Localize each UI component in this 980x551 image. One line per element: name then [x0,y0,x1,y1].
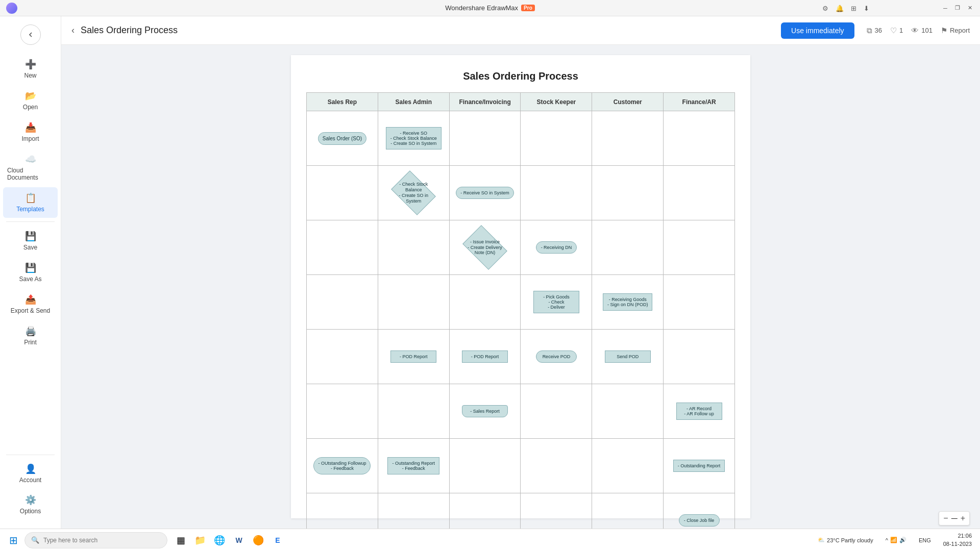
col-sales-rep: Sales Rep [307,93,378,111]
volume-icon: 🔊 [899,537,906,543]
sidebar-item-open[interactable]: 📂 Open [3,85,58,116]
sidebar-item-options[interactable]: ⚙️ Options [3,489,58,520]
sidebar-bottom: 👤 Account ⚙️ Options [0,452,61,529]
cell-empty-20 [378,384,449,439]
use-immediately-button[interactable]: Use immediately [781,22,854,39]
start-button[interactable]: ⊞ [4,531,22,549]
weather-icon: ⛅ [818,537,825,543]
sidebar-item-account[interactable]: 👤 Account [3,458,58,489]
open-icon: 📂 [25,90,36,102]
file-explorer-button[interactable]: 📁 [191,531,209,549]
shape-pick-goods: - Pick Goods- Check- Deliver [533,291,579,313]
sidebar-label-saveas: Save As [19,276,41,283]
task-view-button[interactable]: ▦ [172,531,190,549]
chrome-button[interactable]: 🟠 [249,531,267,549]
table-row: - Close Job file [307,493,735,529]
shape-receive-so-sys: - Receive SO in System [456,187,514,199]
print-icon: 🖨️ [25,325,36,337]
saveas-icon: 💾 [25,262,36,273]
sidebar-label-import: Import [21,135,39,142]
cell-issue-invoice: - Issue Invoice- Create DeliveryNote (DN… [449,220,521,275]
zoom-in-button[interactable]: + [961,514,965,523]
cell-send-pod: Send POD [592,330,664,384]
taskbar-search-input[interactable] [43,537,145,544]
cell-empty-12 [664,220,735,275]
bell-icon[interactable]: 🔔 [833,3,846,14]
cell-empty-4 [664,111,735,166]
sidebar-label-options: Options [20,508,41,515]
back-button[interactable] [20,24,41,45]
system-clock[interactable]: 21:06 08-11-2023 [939,531,976,549]
grid-icon[interactable]: ⊞ [848,3,859,14]
sidebar-label-save: Save [23,244,37,251]
cell-close-job: - Close Job file [664,493,735,529]
copy-icon: ⧉ [867,26,872,35]
avatar [6,3,17,14]
edge-button[interactable]: 🌐 [210,531,229,549]
taskbar-apps: ▦ 📁 🌐 W 🟠 E [172,531,287,549]
header-back-button[interactable]: ‹ [71,25,75,36]
weather-widget[interactable]: ⛅ 23°C Partly cloudy [814,535,877,545]
system-tray[interactable]: ^ 📶 🔊 [881,535,911,545]
sidebar: ➕ New 📂 Open 📥 Import ☁️ Cloud Documents… [0,16,61,529]
sidebar-label-export: Export & Send [11,307,50,314]
chevron-icon: ^ [886,537,888,543]
report-link[interactable]: ⚑ Report [941,26,970,35]
titlebar-title: Wondershare EdrawMax Pro [445,4,535,12]
view-value: 101 [921,27,933,34]
language-indicator[interactable]: ENG [915,535,935,545]
sidebar-divider [6,221,55,222]
taskbar: ⊞ 🔍 ▦ 📁 🌐 W 🟠 E ⛅ 23°C Partly cloudy ^ 📶… [0,529,980,551]
sidebar-label-open: Open [23,104,38,111]
diagram-title: Sales Ordering Process [306,70,735,82]
cell-outstanding-salesrep: - OUtstanding Followup- Feedback [307,439,378,493]
cell-empty-17 [307,330,378,384]
cell-empty-7 [592,166,664,220]
minimize-button[interactable]: ─ [941,4,949,12]
cell-empty-11 [592,220,664,275]
cell-check-stock: - Check StockBalance- Create SO inSystem [378,166,449,220]
sidebar-item-export[interactable]: 📤 Export & Send [3,289,58,319]
cell-empty-19 [307,384,378,439]
shape-issue-invoice: - Issue Invoice- Create DeliveryNote (DN… [464,232,505,263]
restore-button[interactable]: ❐ [953,4,962,12]
shape-pod-admin: - POD Report [390,350,436,363]
cell-pick-goods: - Pick Goods- Check- Deliver [521,275,592,330]
table-row: Sales Order (SO) - Receive SO- Check Sto… [307,111,735,166]
cell-empty-8 [664,166,735,220]
windows-icon: ⊞ [9,534,18,546]
sidebar-item-save[interactable]: 💾 Save [3,226,58,256]
zoom-out-button[interactable]: − [943,514,948,523]
sidebar-item-new[interactable]: ➕ New [3,54,58,84]
eye-icon: 👁 [911,26,919,35]
cell-empty-24 [521,439,592,493]
close-button[interactable]: ✕ [966,4,974,12]
clock-date: 08-11-2023 [943,540,972,548]
table-row: - Issue Invoice- Create DeliveryNote (DN… [307,220,735,275]
zoom-indicator: — [951,515,958,522]
taskbar-search-box[interactable]: 🔍 [24,532,167,548]
diagram-canvas: Sales Ordering Process Sales Rep Sales A… [291,55,750,518]
word-button[interactable]: W [230,531,248,549]
shape-check-stock: - Check StockBalance- Create SO inSystem [393,178,434,208]
save-icon[interactable]: ⬇ [861,3,872,14]
sidebar-item-import[interactable]: 📥 Import [3,117,58,147]
settings-icon[interactable]: ⚙ [820,3,831,14]
sidebar-item-templates[interactable]: 📋 Templates [3,187,58,218]
col-finance-ar: Finance/AR [664,93,735,111]
shape-receiving-dn: - Receiving DN [536,241,577,254]
cloud-icon: ☁️ [25,154,36,165]
cell-receive-pod: Receive POD [521,330,592,384]
shape-pod-finance: - POD Report [462,350,508,363]
new-icon: ➕ [25,59,36,70]
col-sales-admin: Sales Admin [378,93,449,111]
account-icon: 👤 [25,463,36,474]
sidebar-label-print: Print [24,339,37,346]
main-layout: ➕ New 📂 Open 📥 Import ☁️ Cloud Documents… [0,16,980,529]
sidebar-item-print[interactable]: 🖨️ Print [3,320,58,351]
cell-receiving-dn: - Receiving DN [521,220,592,275]
sidebar-item-cloud[interactable]: ☁️ Cloud Documents [3,148,58,186]
edrawmax-button[interactable]: E [268,531,287,549]
sidebar-item-saveas[interactable]: 💾 Save As [3,257,58,288]
cell-empty-10 [378,220,449,275]
